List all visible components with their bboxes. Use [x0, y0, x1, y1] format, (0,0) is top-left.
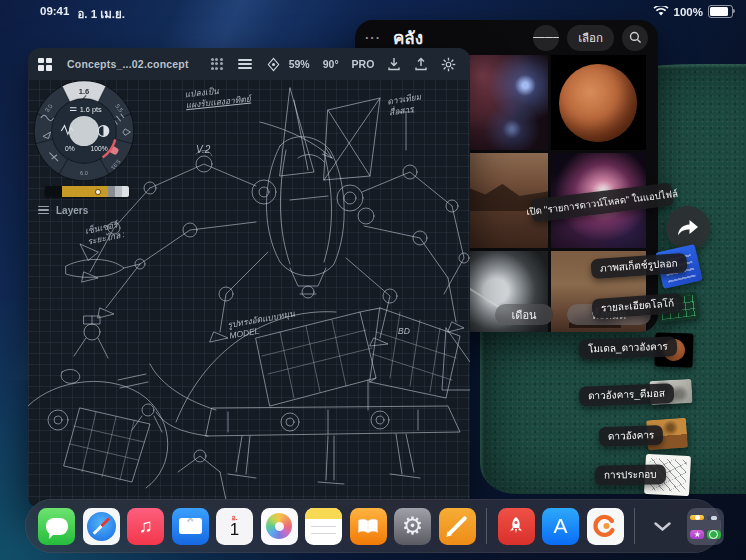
swatch-yellow-selected[interactable]	[62, 186, 108, 197]
battery-icon	[708, 5, 733, 18]
drawing-canvas[interactable]: แปลงเป็น แผงรับแสงอาทิตย์ ดาวเทียม สื่อส…	[28, 80, 470, 508]
calendar-day: 1	[230, 521, 239, 538]
clock-mini-icon	[707, 530, 721, 539]
swatch-gray[interactable]	[108, 186, 115, 197]
dot-grid-icon[interactable]	[211, 58, 224, 71]
notes-header	[305, 508, 342, 519]
color-palette-strip[interactable]	[45, 186, 129, 197]
layers-label: Layers	[56, 205, 88, 216]
app-mail[interactable]	[172, 508, 209, 545]
clock: 09:41	[40, 5, 69, 23]
chat-bubble-icon	[46, 518, 68, 535]
tool-size-d: 6.0	[80, 170, 88, 176]
filter-button[interactable]	[533, 25, 559, 51]
zoom-level[interactable]: 59%	[289, 58, 310, 70]
compass-icon	[87, 512, 116, 541]
wifi-icon	[653, 6, 669, 17]
app-safari[interactable]	[83, 508, 120, 545]
menu-lines-icon[interactable]	[238, 57, 252, 71]
app-group-folder[interactable]: ★	[687, 508, 724, 545]
app-grid-icon[interactable]	[38, 58, 51, 71]
pro-badge[interactable]: PRO	[352, 58, 375, 70]
dock-divider	[486, 508, 487, 544]
opacity-max: 100%	[91, 145, 108, 152]
tool-wheel[interactable]: 1.6 3.0 5.5 5.91 6.0 1.6 pts 0% 100%	[30, 77, 138, 185]
import-icon[interactable]	[387, 57, 401, 71]
app-calendar[interactable]: อ. 1	[216, 508, 253, 545]
app-music[interactable]: ♫	[127, 508, 164, 545]
appstore-a-icon: A	[553, 514, 567, 538]
pen-icon	[447, 516, 468, 537]
app-books[interactable]	[350, 508, 387, 545]
envelope-icon	[179, 518, 202, 534]
settings-gear-icon[interactable]	[441, 57, 456, 72]
star-mini-icon: ★	[690, 530, 704, 539]
app-photos[interactable]	[261, 508, 298, 545]
app-notes[interactable]	[305, 508, 342, 545]
battery-percent: 100%	[674, 6, 703, 18]
stroke-points: 1.6 pts	[80, 105, 102, 114]
share-button[interactable]	[666, 206, 710, 250]
drag-item-label[interactable]: การประกอบ	[595, 464, 666, 485]
dock: ♫ อ. 1 ⚙ A ★	[25, 499, 721, 553]
share-arrow-icon	[677, 219, 699, 237]
date: อ. 1 เม.ย.	[77, 5, 125, 23]
chevron-down-icon	[654, 522, 671, 531]
concepts-c-icon	[593, 514, 617, 538]
app-pen-tool[interactable]	[439, 508, 476, 545]
wheel-hub[interactable]	[69, 116, 99, 146]
photo-mars-planet[interactable]	[551, 55, 646, 150]
swatch-black[interactable]	[45, 186, 62, 197]
status-bar: 09:41 อ. 1 เม.ย. 100%	[0, 0, 746, 22]
vector-nib-icon[interactable]	[266, 57, 281, 72]
document-title[interactable]: Concepts_...02.concept	[67, 58, 189, 70]
tips-mini-icon	[690, 515, 704, 520]
dock-collapse-button[interactable]	[646, 508, 680, 545]
swatch-lightgray[interactable]	[115, 186, 122, 197]
annotation-bd: BD	[398, 326, 410, 337]
drag-item-label[interactable]: โมเดล_ดาวอังคาร	[579, 336, 677, 359]
opacity-min: 0%	[65, 145, 75, 152]
app-concepts[interactable]	[587, 508, 624, 545]
swatch-white[interactable]	[122, 186, 129, 197]
drag-item-label[interactable]: ดาวอังคาร	[599, 425, 664, 447]
search-icon	[629, 31, 642, 44]
drag-item-label[interactable]: ดาวอังคาร_ดีมอส	[579, 383, 675, 406]
layers-icon	[38, 204, 49, 216]
rocket-icon	[506, 516, 526, 536]
app-app-store[interactable]: A	[542, 508, 579, 545]
music-note-icon: ♫	[138, 515, 152, 537]
app-rocket[interactable]	[498, 508, 535, 545]
tab-months[interactable]: เดือน	[495, 304, 553, 325]
select-button[interactable]: เลือก	[567, 25, 614, 51]
concepts-window: Concepts_...02.concept 59% 90° PRO	[28, 48, 470, 508]
active-size-label: 1.6	[79, 87, 90, 96]
help-button[interactable]: ?	[469, 57, 470, 71]
annotation-version: V.2	[196, 144, 210, 157]
dock-divider	[634, 508, 635, 544]
export-icon[interactable]	[414, 57, 428, 71]
app-settings[interactable]: ⚙	[394, 508, 431, 545]
layers-button[interactable]: Layers	[38, 204, 88, 216]
open-book-icon	[357, 518, 379, 535]
more-options-button[interactable]: ···	[365, 30, 381, 45]
search-button[interactable]	[622, 25, 648, 51]
camera-mini-icon	[707, 516, 721, 521]
app-messages[interactable]	[38, 508, 75, 545]
gear-icon: ⚙	[402, 512, 424, 540]
rotation-angle[interactable]: 90°	[323, 58, 339, 70]
gallery-title: คลัง	[393, 24, 423, 51]
